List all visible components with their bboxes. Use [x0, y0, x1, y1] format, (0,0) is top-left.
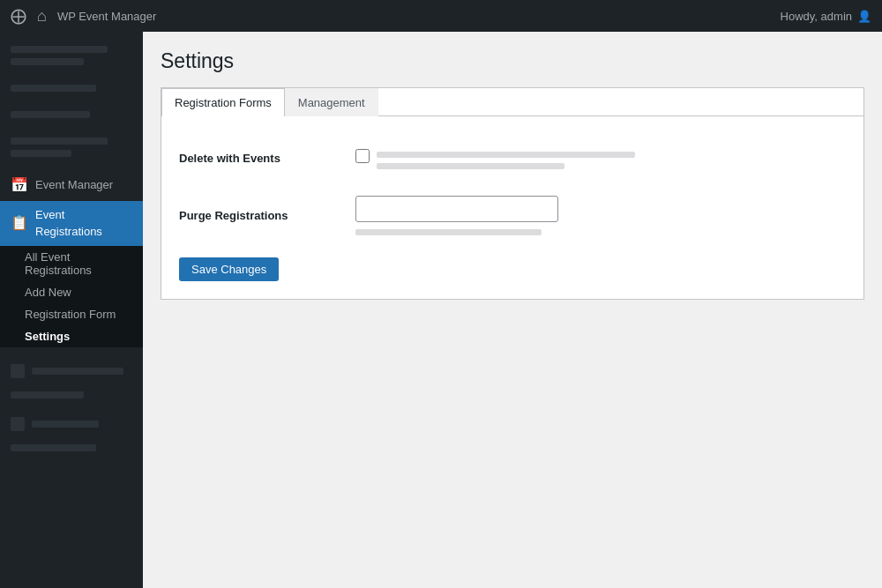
sidebar-item-registration-form[interactable]: Registration Form: [0, 303, 143, 325]
top-bar: ⨁ ⌂ WP Event Manager Howdy, admin 👤: [0, 0, 882, 32]
sidebar-item-event-manager-label: Event Manager: [35, 177, 113, 193]
sidebar-skeleton-top: [0, 39, 143, 78]
desc-line-2: [377, 163, 564, 169]
purge-desc: [355, 229, 846, 235]
save-changes-button[interactable]: Save Changes: [179, 257, 279, 281]
table-row-purge: Purge Registrations: [179, 182, 846, 249]
sidebar-skeleton-3: [0, 104, 143, 130]
sidebar-item-all-registrations[interactable]: All Event Registrations: [0, 246, 143, 281]
field-label-purge: Purge Registrations: [179, 182, 355, 249]
sidebar-item-event-registrations-label: Event Registrations: [35, 207, 132, 239]
delete-with-events-checkbox[interactable]: [355, 149, 370, 163]
skeleton-bar: [11, 85, 96, 92]
skeleton-bar: [11, 46, 108, 53]
user-icon[interactable]: 👤: [857, 10, 871, 23]
skeleton-row-1: [0, 358, 143, 384]
skeleton-row-2: [0, 411, 143, 437]
sidebar-skeleton-4: [0, 130, 143, 169]
field-label-delete-events: Delete with Events: [179, 134, 355, 182]
settings-panel: Registration Forms Management Delete wit…: [161, 87, 864, 300]
content-area: Settings Registration Forms Management D…: [143, 32, 882, 588]
sidebar-item-event-registrations[interactable]: 📋 Event Registrations: [0, 201, 143, 245]
checkbox-desc: [377, 147, 846, 169]
desc-line-1: [377, 152, 635, 158]
field-cell-delete-events: [355, 134, 846, 182]
skeleton-bar: [11, 138, 108, 145]
skeleton-bar: [11, 150, 71, 157]
user-greeting: Howdy, admin: [781, 10, 852, 23]
tab-management[interactable]: Management: [285, 88, 378, 116]
skeleton-bar: [11, 391, 84, 398]
skeleton-bar-2: [11, 444, 96, 451]
settings-form-table: Delete with Events: [179, 134, 846, 249]
home-icon[interactable]: ⌂: [37, 8, 47, 24]
skeleton-icon-2: [11, 417, 25, 431]
page-title: Settings: [161, 49, 864, 73]
top-bar-right: Howdy, admin 👤: [781, 10, 871, 23]
skeleton-text: [32, 368, 123, 375]
calendar-icon: 📅: [11, 175, 28, 195]
skeleton-icon: [11, 364, 25, 378]
table-row-delete-events: Delete with Events: [179, 134, 846, 182]
site-title: WP Event Manager: [57, 10, 156, 23]
top-bar-left: ⨁ ⌂ WP Event Manager: [11, 8, 156, 24]
sidebar-item-settings[interactable]: Settings: [0, 325, 143, 347]
purge-desc-line: [355, 229, 542, 235]
sidebar: 📅 Event Manager 📋 Event Registrations Al…: [0, 32, 143, 588]
main-layout: 📅 Event Manager 📋 Event Registrations Al…: [0, 32, 882, 588]
tab-content: Delete with Events: [161, 116, 863, 299]
sidebar-item-add-new[interactable]: Add New: [0, 281, 143, 303]
sidebar-submenu: All Event Registrations Add New Registra…: [0, 246, 143, 347]
skeleton-6: [0, 437, 143, 464]
skeleton-bar: [11, 111, 90, 118]
tabs-container: Registration Forms Management: [161, 88, 863, 116]
tab-registration-forms[interactable]: Registration Forms: [161, 88, 285, 116]
checkbox-wrapper: [355, 147, 846, 169]
skeleton-text-2: [32, 421, 99, 428]
sidebar-skeleton-2: [0, 78, 143, 104]
registrations-icon: 📋: [11, 213, 28, 233]
wp-logo-icon[interactable]: ⨁: [11, 8, 26, 24]
purge-registrations-input[interactable]: [355, 196, 558, 222]
skeleton-bar: [11, 58, 84, 65]
sidebar-bottom-skeleton: [0, 358, 143, 464]
field-cell-purge: [355, 182, 846, 249]
skeleton-5: [0, 384, 143, 411]
sidebar-item-event-manager[interactable]: 📅 Event Manager: [0, 169, 143, 201]
